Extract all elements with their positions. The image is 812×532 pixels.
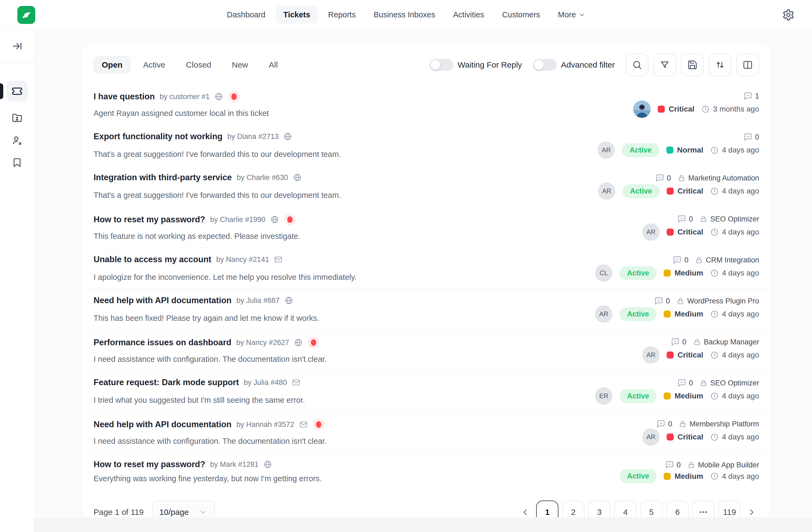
ticket-excerpt: This feature is not working as expected.… <box>93 232 300 241</box>
toggle-advanced-filter[interactable] <box>533 59 557 71</box>
ticket-row[interactable]: I have question by customer #1 Agent Ray… <box>82 84 770 125</box>
sidebar-item-contacts[interactable] <box>12 112 22 124</box>
toggle-waiting-for-reply[interactable] <box>429 59 453 71</box>
comment-bubble-icon <box>655 174 664 182</box>
avatar[interactable]: AR <box>595 305 612 323</box>
ticket-row[interactable]: Unable to access my account by Nancy #21… <box>82 248 770 289</box>
ticket-title[interactable]: Feature request: Dark mode support <box>93 378 239 387</box>
sidebar-item-unassigned[interactable] <box>12 134 22 146</box>
nav-tickets[interactable]: Tickets <box>276 6 317 24</box>
nav-customers[interactable]: Customers <box>495 6 547 24</box>
ticket-requester: by customer #1 <box>160 93 210 101</box>
ticket-row[interactable]: Performance issues on dashboard by Nancy… <box>82 330 770 371</box>
clock-icon <box>701 105 710 113</box>
clock-icon <box>710 392 719 400</box>
ticket-row[interactable]: Need help with API documentation by Juli… <box>82 289 770 330</box>
sidebar-item-bookmarks[interactable] <box>12 157 22 169</box>
ticket-row[interactable]: How to reset my password? by Mark #1281 … <box>82 453 770 490</box>
page-info: Page 1 of 119 <box>93 507 144 517</box>
avatar[interactable]: CL <box>595 264 612 282</box>
per-page-select[interactable]: 10/page <box>152 501 215 517</box>
ticket-title[interactable]: Export functionality not working <box>93 132 222 141</box>
search-button[interactable] <box>626 54 649 76</box>
ticket-requester: by Charlie #630 <box>237 173 288 182</box>
page-button-4[interactable]: 4 <box>614 501 637 517</box>
nav-label: Business Inboxes <box>374 10 435 19</box>
sidebar-item-tickets[interactable] <box>6 81 28 102</box>
globe-icon <box>285 296 293 305</box>
app-logo[interactable] <box>17 6 35 24</box>
settings-button[interactable] <box>782 9 795 21</box>
tab-active[interactable]: Active <box>135 56 174 74</box>
sidebar-collapse-button[interactable] <box>12 40 22 52</box>
avatar[interactable]: AR <box>598 182 615 200</box>
tab-new[interactable]: New <box>224 56 256 74</box>
ticket-title[interactable]: How to reset my password? <box>93 215 205 224</box>
time-label: 4 days ago <box>722 269 759 277</box>
ticket-row[interactable]: Integration with third-party service by … <box>82 166 770 207</box>
nav-reports[interactable]: Reports <box>321 6 363 24</box>
ticket-excerpt: That's a great suggestion! I've forwarde… <box>93 150 341 159</box>
tab-open[interactable]: Open <box>93 56 131 74</box>
pagination-next-button[interactable] <box>744 507 759 517</box>
tab-closed[interactable]: Closed <box>178 56 219 74</box>
priority-color-square <box>658 106 665 113</box>
ticket-meta: 0 SEO Optimizer ER Active Medium <box>595 378 759 405</box>
avatar[interactable]: ER <box>595 387 612 405</box>
ticket-title[interactable]: How to reset my password? <box>93 460 205 469</box>
priority-color-square <box>664 392 671 400</box>
ticket-requester: by Nancy #2141 <box>216 255 269 264</box>
ticket-product: Marketing Automation <box>678 174 759 182</box>
avatar[interactable]: AR <box>642 223 659 241</box>
lock-icon <box>677 297 684 305</box>
ticket-meta: 0 Mobile App Builder Active Medium <box>620 460 759 483</box>
toggle-group-waiting-for-reply: Waiting For Reply <box>429 59 522 71</box>
ticket-title[interactable]: Unable to access my account <box>93 255 211 264</box>
nav-business-inboxes[interactable]: Business Inboxes <box>366 6 442 24</box>
sort-button[interactable] <box>709 54 731 76</box>
ticket-row[interactable]: Feature request: Dark mode support by Ju… <box>82 371 770 412</box>
pagination-prev-button[interactable] <box>518 507 532 517</box>
lock-icon <box>693 338 701 346</box>
avatar[interactable] <box>633 100 651 118</box>
ticket-title-line: Unable to access my account by Nancy #21… <box>93 255 357 264</box>
ticket-title[interactable]: Integration with third-party service <box>93 173 232 182</box>
page-button-2[interactable]: 2 <box>562 501 584 517</box>
pagination-ellipsis[interactable]: ••• <box>692 501 715 517</box>
page-button-1[interactable]: 1 <box>536 501 559 517</box>
avatar[interactable]: AR <box>642 428 659 446</box>
page-button-6[interactable]: 6 <box>666 501 688 517</box>
clock-icon <box>710 146 719 154</box>
columns-button[interactable] <box>736 54 759 76</box>
ticket-requester: by Mark #1281 <box>210 460 259 469</box>
ticket-meta-top: 0 CRM Integration <box>673 256 759 264</box>
clock-icon <box>710 269 719 277</box>
page-button-3[interactable]: 3 <box>588 501 610 517</box>
avatar[interactable]: AR <box>597 141 615 159</box>
page-button-5[interactable]: 5 <box>640 501 663 517</box>
ticket-product: Backup Manager <box>693 338 759 346</box>
nav-dashboard[interactable]: Dashboard <box>220 6 273 24</box>
filter-button[interactable] <box>653 54 676 76</box>
page-button-119[interactable]: 119 <box>719 501 741 517</box>
ticket-title[interactable]: Need help with API documentation <box>93 296 232 305</box>
priority-color-square <box>664 310 671 318</box>
ticket-title[interactable]: Need help with API documentation <box>93 420 232 430</box>
time-label: 4 days ago <box>722 351 759 359</box>
avatar[interactable]: AR <box>642 346 659 364</box>
status-badge: Active <box>620 307 657 321</box>
ticket-row[interactable]: How to reset my password? by Charlie #19… <box>82 207 770 248</box>
comments-count: 0 <box>678 215 693 223</box>
ticket-row[interactable]: Export functionality not working by Dian… <box>82 125 770 166</box>
ticket-meta-top: 0 <box>744 133 759 141</box>
ticket-row[interactable]: Need help with API documentation by Hann… <box>82 412 770 453</box>
ticket-title[interactable]: Performance issues on dashboard <box>93 338 231 347</box>
save-button[interactable] <box>681 54 704 76</box>
nav-more[interactable]: More <box>551 6 592 24</box>
nav-activities[interactable]: Activities <box>446 6 491 24</box>
product-name: Backup Manager <box>704 338 759 346</box>
tab-all[interactable]: All <box>261 56 286 74</box>
ticket-meta-top: 0 Mobile App Builder <box>665 461 759 469</box>
ticket-title[interactable]: I have question <box>93 92 155 101</box>
tickets-panel: OpenActiveClosedNewAll Waiting For Reply… <box>82 44 771 517</box>
